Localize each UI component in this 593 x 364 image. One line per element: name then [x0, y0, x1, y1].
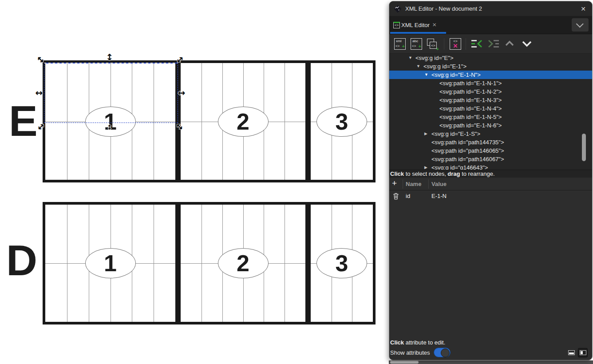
expander-closed-icon[interactable]: ▶ — [424, 163, 431, 170]
dialog-close-button[interactable]: ✕ — [579, 4, 588, 13]
move-node-up-button[interactable] — [504, 38, 516, 50]
attribute-row[interactable]: id E-1-N — [389, 190, 592, 202]
delete-node-icon: <> ✕ — [450, 38, 461, 50]
attr-name-header: Name — [406, 181, 421, 187]
node-text: <svg:path id="path146065"> — [431, 146, 504, 155]
xml-tree[interactable]: ▼<svg:g id="E">▼<svg:g id="E-1">▼<svg:g … — [389, 54, 592, 170]
scale-handle-w-icon[interactable]: ↔ — [36, 88, 43, 97]
unindent-node-button[interactable] — [470, 38, 483, 50]
show-attributes-toggle[interactable] — [434, 348, 451, 357]
chevron-up-icon — [504, 38, 515, 49]
node-text: <svg:g id="E-1"> — [423, 62, 466, 71]
add-attribute-button[interactable]: + — [392, 178, 397, 188]
duplicate-node-button[interactable]: <> + — [426, 38, 438, 50]
block-number: 2 — [237, 110, 249, 133]
tree-scrollbar-thumb[interactable] — [582, 134, 586, 161]
delete-node-button[interactable]: <> ✕ — [449, 38, 462, 50]
tree-row[interactable]: <svg:path id="E-1-N-1"> — [389, 79, 592, 87]
tree-row[interactable]: <svg:path id="E-1-N-3"> — [389, 96, 592, 104]
tree-row[interactable]: ▼<svg:g id="E-1-N"> — [389, 71, 592, 79]
dialog-title: XML Editor - New document 2 — [405, 5, 482, 12]
tab-close-icon[interactable]: ✕ — [432, 22, 437, 28]
tree-row[interactable]: <svg:path id="E-1-N-5"> — [389, 113, 592, 121]
layout-vertical-button[interactable] — [578, 348, 588, 357]
inkscape-screen: ↔↕↔↔↔↔↕↔ E123D123 XML Editor - New docum… — [0, 0, 593, 364]
tree-row[interactable]: <svg:path id="E-1-N-4"> — [389, 104, 592, 113]
attributes-header: + Name Value — [389, 178, 592, 190]
expander-closed-icon[interactable]: ▶ — [424, 130, 431, 138]
tree-row[interactable]: ▼<svg:g id="E-1"> — [389, 62, 592, 71]
node-text: <svg:path id="path146067"> — [431, 155, 504, 163]
block-number-ellipse: 2 — [218, 248, 269, 278]
attributes-panel: + Name Value id E-1-N Click attribute to… — [389, 178, 592, 360]
node-text: <svg:g id="E-1-S"> — [431, 130, 480, 138]
parking-block[interactable]: 3 — [308, 60, 376, 182]
column-separator — [428, 179, 429, 189]
vertical-split-icon — [580, 350, 586, 355]
indent-node-button[interactable] — [488, 38, 500, 50]
parking-block[interactable]: 2 — [178, 60, 308, 182]
chevron-down-icon — [521, 38, 533, 49]
tree-row[interactable]: ▶<svg:g id="g146643"> — [389, 163, 592, 170]
scale-handle-e-icon[interactable]: ↔ — [178, 88, 186, 97]
expander-open-icon[interactable]: ▼ — [424, 71, 431, 79]
trash-icon[interactable] — [393, 193, 399, 200]
row-label: E — [9, 99, 37, 142]
node-text: <svg:path id="E-1-N-5"> — [439, 113, 502, 121]
tree-row[interactable]: ▼<svg:g id="E"> — [389, 54, 592, 62]
dialog-titlebar[interactable]: XML Editor - New document 2 ✕ — [389, 1, 592, 16]
chevron-down-icon — [576, 20, 584, 28]
parking-block[interactable]: 3 — [308, 202, 376, 324]
move-node-down-button[interactable] — [521, 38, 533, 50]
node-text: <svg:path id="E-1-N-4"> — [439, 104, 502, 113]
tree-row[interactable]: <svg:path id="path144735"> — [389, 138, 592, 146]
tab-bar: <> XML Editor ✕ — [389, 16, 592, 34]
tree-row[interactable]: <svg:path id="E-1-N-2"> — [389, 87, 592, 96]
scale-handle-n-icon[interactable]: ↕ — [106, 53, 114, 62]
layout-horizontal-button[interactable] — [566, 348, 576, 357]
row-label: D — [6, 239, 36, 282]
new-element-node-button[interactable]: xml <> + — [394, 38, 406, 50]
attr-edit-hint: Click attribute to edit. — [390, 339, 445, 346]
parking-block[interactable]: 1 — [43, 60, 178, 182]
expander-open-icon[interactable]: ▼ — [408, 54, 415, 62]
parking-block[interactable]: 1 — [43, 202, 178, 324]
tree-row[interactable]: ▶<svg:g id="E-1-S"> — [389, 130, 592, 138]
tab-label: XML Editor — [401, 22, 430, 28]
attr-value-header: Value — [431, 181, 447, 187]
new-text-node-button[interactable]: abc <> + — [410, 38, 423, 50]
tab-list-dropdown-button[interactable] — [572, 18, 589, 32]
node-text: <svg:path id="E-1-N-2"> — [439, 87, 502, 96]
indent-node-icon — [488, 39, 500, 49]
toggle-knob — [441, 348, 450, 357]
block-number-ellipse: 3 — [316, 248, 367, 278]
block-number-ellipse: 1 — [85, 248, 136, 278]
column-separator — [403, 179, 403, 189]
horizontal-split-icon — [568, 350, 575, 355]
block-number: 3 — [336, 110, 348, 133]
block-number: 1 — [104, 252, 117, 275]
new-element-node-icon: xml <> + — [394, 38, 406, 50]
tab-xml-editor[interactable]: <> XML Editor ✕ — [390, 16, 446, 34]
show-attributes-label: Show attributes — [390, 349, 430, 356]
attr-value[interactable]: E-1-N — [431, 193, 447, 199]
tree-row[interactable]: <svg:path id="E-1-N-6"> — [389, 121, 592, 130]
canvas-hscrollbar[interactable] — [390, 361, 419, 364]
tree-hint: Click to select nodes, drag to rearrange… — [389, 170, 592, 178]
attr-name[interactable]: id — [406, 193, 410, 199]
xml-toolbar: xml <> + abc <> + <> + — [389, 34, 592, 54]
xml-tag-icon: <> — [393, 22, 400, 28]
block-number-ellipse: 3 — [316, 107, 367, 137]
tree-row[interactable]: <svg:path id="path146067"> — [389, 155, 592, 163]
close-icon: ✕ — [581, 5, 586, 12]
node-text: <svg:g id="g146643"> — [431, 163, 488, 170]
node-text: <svg:g id="E"> — [415, 54, 453, 62]
expander-open-icon[interactable]: ▼ — [416, 62, 423, 71]
scale-handle-s-icon[interactable]: ↕ — [107, 124, 113, 131]
tree-row[interactable]: <svg:path id="path146065"> — [389, 146, 592, 155]
node-text: <svg:path id="E-1-N-3"> — [439, 96, 502, 104]
block-number: 3 — [336, 252, 348, 275]
block-number-ellipse: 1 — [85, 107, 136, 137]
block-number-ellipse: 2 — [218, 107, 269, 137]
parking-block[interactable]: 2 — [178, 202, 308, 324]
